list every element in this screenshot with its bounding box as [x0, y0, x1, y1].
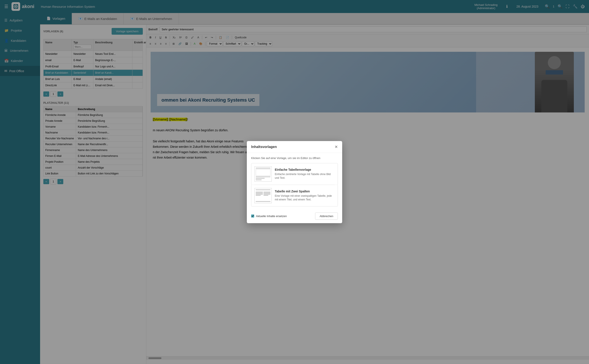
- template-thumbnail-twocol: [254, 188, 272, 203]
- modal-header: Inhaltsvorlagen ✕: [247, 141, 342, 153]
- modal-body: Klicken Sie auf eine Vorlage, um sie im …: [247, 153, 342, 210]
- template-name-twocol: Tabelle mit Zwei Spalten: [275, 190, 335, 193]
- template-list: Einfache Tabellenvorlage Einfache zentri…: [251, 163, 338, 207]
- modal-close-button[interactable]: ✕: [335, 144, 338, 149]
- template-item-twocol[interactable]: Tabelle mit Zwei Spalten Eine Vorlage mi…: [251, 185, 338, 206]
- template-desc-simple: Einfache zentrierte Vorlage mit Tabelle …: [275, 172, 335, 180]
- template-info-twocol: Tabelle mit Zwei Spalten Eine Vorlage mi…: [275, 190, 335, 202]
- replace-label[interactable]: Aktuelle Inhalte ersetzen: [256, 214, 287, 218]
- replace-checkbox[interactable]: [251, 214, 254, 218]
- modal-overlay[interactable]: Inhaltsvorlagen ✕ Klicken Sie auf eine V…: [0, 0, 589, 364]
- template-item-simple[interactable]: Einfache Tabellenvorlage Einfache zentri…: [251, 163, 338, 185]
- template-info-simple: Einfache Tabellenvorlage Einfache zentri…: [275, 168, 335, 180]
- replace-checkbox-row: Aktuelle Inhalte ersetzen: [251, 214, 287, 218]
- template-name-simple: Einfache Tabellenvorlage: [275, 168, 335, 171]
- inhaltsvorlagen-modal: Inhaltsvorlagen ✕ Klicken Sie auf eine V…: [247, 141, 342, 223]
- cancel-button[interactable]: Abbrechen: [315, 213, 338, 220]
- modal-subtitle: Klicken Sie auf eine Vorlage, um sie im …: [251, 156, 338, 160]
- template-desc-twocol: Eine Vorlage mit einer zweispaltigen Tab…: [275, 194, 335, 202]
- modal-footer: Aktuelle Inhalte ersetzen Abbrechen: [247, 210, 342, 223]
- modal-title: Inhaltsvorlagen: [251, 145, 277, 149]
- template-thumbnail-simple: [254, 166, 272, 182]
